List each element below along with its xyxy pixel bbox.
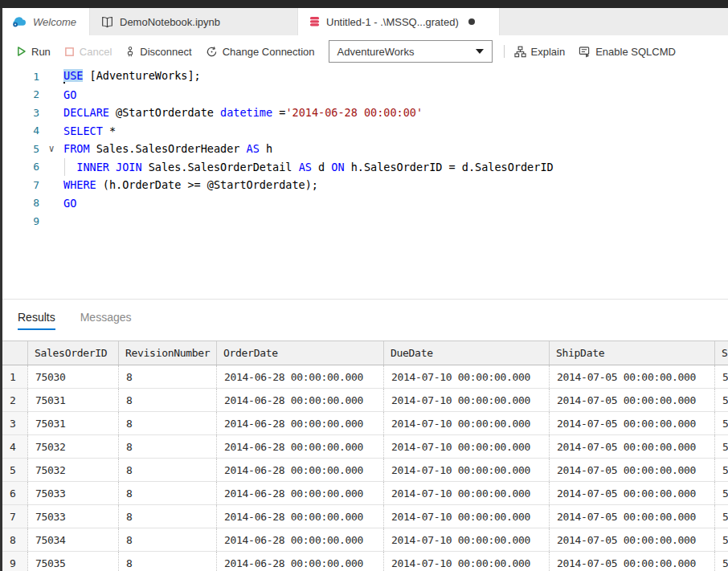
row-number-cell[interactable]: 7 (2, 505, 28, 528)
column-header[interactable]: SalesOrderID (28, 341, 119, 365)
grid-cell[interactable]: 8 (119, 389, 217, 411)
grid-cell[interactable]: 75031 (28, 389, 119, 411)
tab-demonotebook[interactable]: DemoNotebook.ipynb (90, 8, 298, 35)
code-line[interactable]: 8GO (2, 194, 728, 213)
grid-cell[interactable]: 75032 (28, 435, 119, 458)
grid-cell[interactable]: 2014-07-10 00:00:00.000 (384, 505, 550, 528)
grid-cell[interactable]: 8 (119, 365, 217, 388)
row-number-cell[interactable]: 2 (2, 389, 28, 411)
code-line[interactable]: 2GO (2, 86, 728, 104)
code-line[interactable]: 1USE [AdventureWorks]; (2, 67, 728, 86)
grid-cell[interactable]: 2014-07-05 00:00:00.000 (550, 365, 715, 388)
explain-button[interactable]: Explain (514, 46, 566, 58)
grid-cell[interactable]: 5 (715, 482, 728, 504)
grid-cell[interactable]: 2014-06-28 00:00:00.000 (217, 482, 384, 504)
enable-sqlcmd-button[interactable]: Enable SQLCMD (579, 46, 676, 58)
row-number-cell[interactable]: 6 (2, 482, 28, 504)
grid-cell[interactable]: 8 (119, 435, 217, 458)
grid-cell[interactable]: 5 (715, 459, 728, 481)
grid-cell[interactable]: 8 (119, 505, 217, 528)
run-button[interactable]: Run (16, 46, 51, 58)
grid-cell[interactable]: 2014-06-28 00:00:00.000 (217, 505, 384, 528)
table-row[interactable]: 77503382014-06-28 00:00:00.0002014-07-10… (2, 505, 728, 528)
grid-cell[interactable]: 2014-06-28 00:00:00.000 (217, 412, 384, 434)
row-number-cell[interactable]: 3 (2, 412, 28, 434)
grid-cell[interactable]: 2014-07-05 00:00:00.000 (550, 482, 715, 504)
grid-cell[interactable]: 2014-06-28 00:00:00.000 (217, 552, 384, 571)
column-header[interactable]: RevisionNumber (119, 341, 217, 365)
grid-cell[interactable]: 5 (715, 412, 728, 434)
grid-cell[interactable]: 2014-07-05 00:00:00.000 (550, 389, 715, 411)
grid-cell[interactable]: 5 (715, 552, 728, 571)
grid-cell[interactable]: 2014-06-28 00:00:00.000 (217, 389, 384, 411)
grid-cell[interactable]: 8 (119, 552, 217, 571)
column-header[interactable]: OrderDate (217, 341, 384, 365)
code-line[interactable]: 7WHERE (h.OrderDate >= @StartOrderdate); (2, 176, 728, 194)
column-header[interactable]: DueDate (384, 341, 550, 365)
sql-editor[interactable]: 1USE [AdventureWorks];2GO3DECLARE @Start… (2, 67, 728, 299)
table-row[interactable]: 37503182014-06-28 00:00:00.0002014-07-10… (2, 412, 728, 435)
column-header[interactable]: Status (715, 341, 728, 365)
grid-cell[interactable]: 8 (119, 459, 217, 481)
column-header[interactable]: ShipDate (550, 341, 715, 365)
grid-cell[interactable]: 2014-07-10 00:00:00.000 (384, 435, 550, 458)
grid-cell[interactable]: 2014-07-10 00:00:00.000 (384, 389, 550, 411)
grid-cell[interactable]: 2014-07-05 00:00:00.000 (550, 435, 715, 458)
grid-cell[interactable]: 8 (119, 528, 217, 551)
table-row[interactable]: 67503382014-06-28 00:00:00.0002014-07-10… (2, 482, 728, 505)
grid-cell[interactable]: 2014-07-10 00:00:00.000 (384, 459, 550, 481)
grid-cell[interactable]: 2014-07-05 00:00:00.000 (550, 412, 715, 434)
grid-cell[interactable]: 75034 (28, 528, 119, 551)
grid-cell[interactable]: 2014-07-10 00:00:00.000 (384, 528, 550, 551)
row-number-cell[interactable]: 9 (2, 552, 28, 571)
table-row[interactable]: 87503482014-06-28 00:00:00.0002014-07-10… (2, 528, 728, 552)
table-row[interactable]: 47503282014-06-28 00:00:00.0002014-07-10… (2, 435, 728, 459)
tab-results[interactable]: Results (18, 311, 55, 330)
code-line[interactable]: 4SELECT * (2, 122, 728, 141)
grid-cell[interactable]: 75030 (28, 365, 119, 388)
grid-cell[interactable]: 75033 (28, 482, 119, 504)
grid-cell[interactable]: 5 (715, 389, 728, 411)
grid-cell[interactable]: 2014-07-10 00:00:00.000 (384, 482, 550, 504)
row-number-cell[interactable]: 1 (2, 365, 28, 388)
grid-cell[interactable]: 2014-06-28 00:00:00.000 (217, 435, 384, 458)
grid-cell[interactable]: 2014-06-28 00:00:00.000 (217, 365, 384, 388)
grid-cell[interactable]: 75031 (28, 412, 119, 434)
change-connection-button[interactable]: Change Connection (206, 46, 315, 58)
tab-messages[interactable]: Messages (80, 311, 132, 330)
database-dropdown[interactable]: AdventureWorks (329, 40, 493, 63)
disconnect-button[interactable]: Disconnect (125, 46, 191, 58)
grid-cell[interactable]: 5 (715, 435, 728, 458)
table-row[interactable]: 27503182014-06-28 00:00:00.0002014-07-10… (2, 389, 728, 412)
grid-cell[interactable]: 5 (715, 528, 728, 551)
grid-cell[interactable]: 75033 (28, 505, 119, 528)
code-line[interactable]: 6 INNER JOIN Sales.SalesOrderDetail AS d… (2, 158, 728, 177)
row-number-header[interactable] (2, 341, 28, 365)
row-number-cell[interactable]: 4 (2, 435, 28, 458)
row-number-cell[interactable]: 8 (2, 528, 28, 551)
grid-cell[interactable]: 2014-06-28 00:00:00.000 (217, 459, 384, 481)
code-line[interactable]: 9 (2, 212, 728, 230)
fold-chevron-icon[interactable]: ∨ (39, 143, 63, 154)
grid-cell[interactable]: 2014-07-05 00:00:00.000 (550, 505, 715, 528)
tab-welcome[interactable]: Welcome (0, 8, 90, 35)
grid-cell[interactable]: 2014-07-10 00:00:00.000 (384, 365, 550, 388)
grid-cell[interactable]: 2014-06-28 00:00:00.000 (217, 528, 384, 551)
table-row[interactable]: 97503582014-06-28 00:00:00.0002014-07-10… (2, 552, 728, 571)
grid-cell[interactable]: 8 (119, 412, 217, 434)
code-line[interactable]: 3DECLARE @StartOrderdate datetime ='2014… (2, 104, 728, 122)
grid-cell[interactable]: 5 (715, 505, 728, 528)
grid-cell[interactable]: 2014-07-05 00:00:00.000 (550, 459, 715, 481)
grid-cell[interactable]: 2014-07-05 00:00:00.000 (550, 552, 715, 571)
grid-cell[interactable]: 75032 (28, 459, 119, 481)
table-row[interactable]: 57503282014-06-28 00:00:00.0002014-07-10… (2, 459, 728, 482)
tab-untitled-1[interactable]: Untitled-1 - .\MSSQ...grated) (298, 8, 500, 35)
table-row[interactable]: 17503082014-06-28 00:00:00.0002014-07-10… (2, 365, 728, 389)
row-number-cell[interactable]: 5 (2, 459, 28, 481)
cancel-button[interactable]: Cancel (64, 46, 112, 58)
grid-cell[interactable]: 8 (119, 482, 217, 504)
grid-cell[interactable]: 5 (715, 365, 728, 388)
grid-cell[interactable]: 2014-07-10 00:00:00.000 (384, 412, 550, 434)
code-line[interactable]: 5∨FROM Sales.SalesOrderHeader AS h (2, 140, 728, 158)
grid-cell[interactable]: 75035 (28, 552, 119, 571)
